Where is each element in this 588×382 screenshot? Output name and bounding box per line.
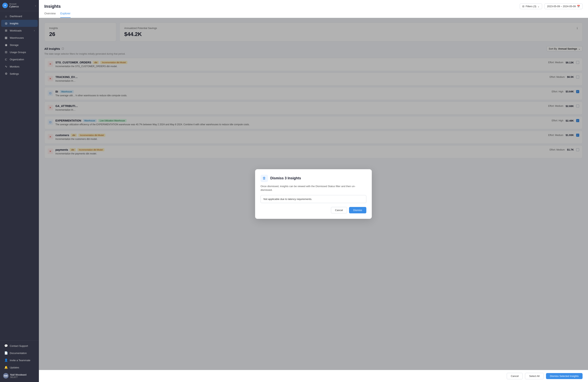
sidebar-item-label: Workloads — [10, 29, 21, 32]
header-controls: ⊟ Filters (3) ⌄ 2023-05-09 ~ 2024-05-09 … — [520, 3, 583, 9]
workloads-icon: ⊞ — [4, 29, 8, 32]
dismiss-modal: 🗑 Dismiss 3 Insights Once dismissed, ins… — [255, 169, 372, 219]
sidebar-item-contact-support[interactable]: 💬 Contact Support — [1, 342, 38, 349]
monitors-icon: ∿ — [4, 65, 8, 68]
account-label: Account — [9, 3, 33, 5]
sidebar-item-label: Settings — [10, 72, 19, 75]
modal-cancel-button[interactable]: Cancel — [331, 207, 347, 213]
footer-select-all-button[interactable]: Select All — [525, 373, 544, 379]
tab-bar: Overview Explorer — [44, 12, 583, 18]
sidebar-item-label: Organization — [10, 58, 24, 61]
user-role: SELECT — [10, 376, 26, 378]
avatar: NW — [3, 373, 9, 379]
sidebar-item-label: Insights — [10, 22, 19, 25]
storage-icon: ◉ — [4, 43, 8, 47]
sidebar-item-insights[interactable]: ◎ Insights — [1, 20, 38, 27]
modal-trash-icon: 🗑 — [261, 175, 268, 182]
dismiss-reason-input[interactable] — [261, 195, 366, 203]
user-profile[interactable]: NW Niall Woodward SELECT — [0, 371, 39, 381]
date-range-button[interactable]: 2023-05-09 ~ 2024-05-09 📅 — [545, 3, 583, 9]
sidebar-nav: ⌂ Dashboard ◎ Insights ⊞ Workloads › ▦ W… — [0, 11, 39, 340]
sidebar-item-usage-groups[interactable]: ⊟ Usage Groups — [1, 49, 38, 56]
sidebar-item-dashboard[interactable]: ⌂ Dashboard — [1, 13, 38, 20]
sidebar-item-monitors[interactable]: ∿ Monitors — [1, 63, 38, 70]
calendar-icon: 📅 — [577, 5, 580, 8]
support-icon: 💬 — [4, 344, 8, 348]
chevron-right-icon: › — [34, 30, 35, 32]
home-icon: ⌂ — [4, 15, 8, 18]
sidebar-item-label: Storage — [10, 43, 19, 46]
footer-cancel-button[interactable]: Cancel — [507, 373, 523, 379]
sidebar-item-label: Monitors — [10, 65, 20, 68]
sidebar-item-label: Invite a Teammate — [10, 359, 30, 362]
sidebar-item-label: Warehouses — [10, 36, 24, 39]
modal-description: Once dismissed, insights can be viewed w… — [261, 184, 366, 192]
updates-icon: 🔔 — [4, 366, 8, 369]
organization-icon: ⊏ — [4, 58, 8, 61]
sidebar: ✦ Account Cyberco ⌄ ⌂ Dashboard ◎ Insigh… — [0, 0, 39, 382]
sidebar-item-workloads[interactable]: ⊞ Workloads › — [1, 27, 38, 34]
sidebar-item-label: Contact Support — [10, 344, 28, 347]
modal-title: Dismiss 3 Insights — [270, 176, 301, 180]
sidebar-item-settings[interactable]: ⚙ Settings — [1, 70, 38, 77]
footer-bar: Cancel Select All Dismiss Selected Insig… — [39, 370, 588, 382]
sidebar-item-invite-teammate[interactable]: 👤 Invite a Teammate — [1, 357, 38, 364]
filters-button[interactable]: ⊟ Filters (3) ⌄ — [520, 3, 542, 9]
sidebar-item-documentation[interactable]: 📄 Documentation — [1, 350, 38, 357]
account-icon: ✦ — [2, 3, 8, 8]
tab-overview[interactable]: Overview — [44, 12, 56, 18]
page-header: Insights ⊟ Filters (3) ⌄ 2023-05-09 ~ 20… — [39, 0, 588, 18]
sidebar-item-label: Updates — [10, 366, 19, 369]
sidebar-item-updates[interactable]: 🔔 Updates — [1, 364, 38, 371]
docs-icon: 📄 — [4, 351, 8, 355]
modal-dismiss-button[interactable]: Dismiss — [349, 207, 367, 213]
sidebar-bottom: 💬 Contact Support 📄 Documentation 👤 Invi… — [0, 340, 39, 382]
page-title: Insights — [44, 4, 61, 9]
modal-actions: Cancel Dismiss — [261, 207, 366, 213]
tab-explorer[interactable]: Explorer — [60, 12, 70, 18]
account-switcher[interactable]: ✦ Account Cyberco ⌄ — [0, 0, 39, 11]
warehouses-icon: ▦ — [4, 36, 8, 40]
insights-icon: ◎ — [4, 21, 8, 25]
sidebar-item-warehouses[interactable]: ▦ Warehouses — [1, 34, 38, 41]
modal-overlay: 🗑 Dismiss 3 Insights Once dismissed, ins… — [39, 18, 588, 370]
sidebar-item-storage[interactable]: ◉ Storage — [1, 42, 38, 48]
sidebar-item-label: Usage Groups — [10, 51, 26, 54]
invite-icon: 👤 — [4, 359, 8, 362]
filter-icon: ⊟ — [522, 5, 525, 8]
sidebar-item-label: Dashboard — [10, 15, 22, 18]
chevron-down-icon: ⌄ — [537, 5, 540, 8]
chevron-icon: ⌄ — [35, 4, 37, 7]
content-area: Insights 26 Annualized Potential Savings… — [39, 18, 588, 370]
usage-groups-icon: ⊟ — [4, 50, 8, 54]
sidebar-item-organization[interactable]: ⊏ Organization — [1, 56, 38, 63]
sidebar-item-label: Documentation — [10, 352, 27, 355]
account-name: Cyberco — [9, 5, 33, 8]
user-name: Niall Woodward — [10, 373, 26, 376]
settings-icon: ⚙ — [4, 72, 8, 75]
main-content: Insights ⊟ Filters (3) ⌄ 2023-05-09 ~ 20… — [39, 0, 588, 382]
footer-dismiss-button[interactable]: Dismiss Selected Insights — [546, 373, 583, 379]
